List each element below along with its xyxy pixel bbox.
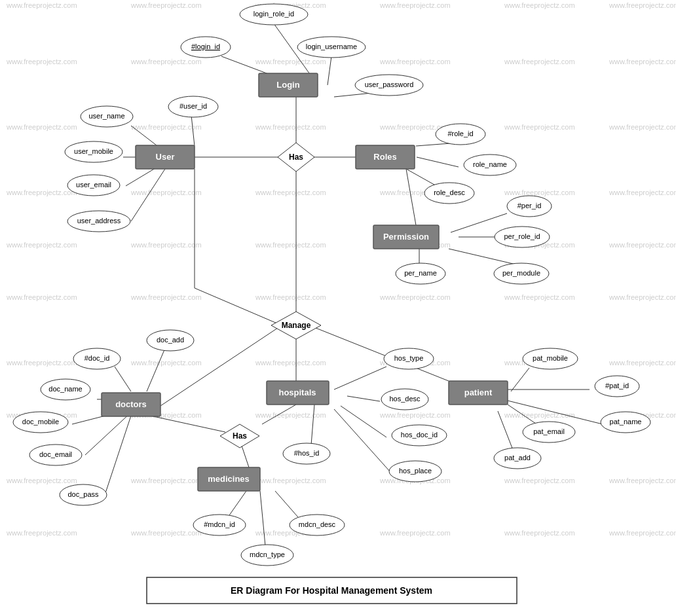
watermark: www.freeprojectz.com bbox=[255, 477, 326, 484]
watermark: www.freeprojectz.com bbox=[504, 411, 575, 419]
attr-role-desc-label: role_desc bbox=[434, 189, 465, 196]
watermark: www.freeprojectz.com bbox=[6, 241, 77, 249]
attr-hos-desc-label: hos_desc bbox=[389, 395, 421, 403]
connector-permission-per-id bbox=[451, 213, 507, 232]
connector-roles-role-name bbox=[417, 157, 459, 167]
watermark: www.freeprojectz.com bbox=[504, 293, 575, 301]
watermark: www.freeprojectz.com bbox=[130, 241, 202, 249]
relationship-has1-label: Has bbox=[289, 153, 303, 162]
attr-per-id-label: #per_id bbox=[517, 202, 542, 209]
attr-pat-add-label: pat_add bbox=[504, 454, 531, 462]
er-diagram: www.freeprojectz.com www.freeprojectz.co… bbox=[0, 0, 676, 616]
attr-mdcn-id-label: #mdcn_id bbox=[204, 520, 235, 528]
watermark: www.freeprojectz.com bbox=[6, 293, 77, 301]
attr-pat-name-label: pat_name bbox=[610, 418, 642, 426]
watermark: www.freeprojectz.com bbox=[379, 58, 451, 65]
connector-medicines-mdcn-id bbox=[228, 491, 246, 517]
connector-permission-per-module bbox=[449, 249, 519, 265]
watermark: www.freeprojectz.com bbox=[609, 529, 676, 537]
attr-pat-mobile-label: pat_mobile bbox=[533, 354, 568, 362]
connector-user-user-id bbox=[191, 115, 195, 146]
watermark: www.freeprojectz.com bbox=[609, 359, 676, 367]
connector-user-manage bbox=[195, 288, 282, 325]
connector-hospitals-hos-type bbox=[334, 367, 386, 390]
attr-login-id-label: #login_id bbox=[191, 43, 220, 50]
watermark: www.freeprojectz.com bbox=[504, 477, 575, 484]
attr-hos-doc-id-label: hos_doc_id bbox=[401, 431, 438, 439]
entity-hospitals-label: hospitals bbox=[278, 388, 316, 397]
connector-roles-permission bbox=[406, 169, 416, 225]
connector-login-login-username bbox=[328, 56, 331, 85]
attr-hos-place-label: hos_place bbox=[399, 467, 432, 475]
watermark: www.freeprojectz.com bbox=[504, 189, 575, 196]
watermark: www.freeprojectz.com bbox=[6, 359, 77, 367]
attr-per-module-label: per_module bbox=[502, 269, 540, 277]
entity-user-label: User bbox=[156, 152, 175, 162]
attr-mdcn-desc-label: mdcn_desc bbox=[299, 520, 336, 528]
connector-doctors-doc-pass bbox=[105, 416, 131, 495]
watermark: www.freeprojectz.com bbox=[504, 529, 575, 537]
attr-pat-email-label: pat_email bbox=[533, 427, 565, 435]
watermark: www.freeprojectz.com bbox=[6, 189, 77, 196]
watermark: www.freeprojectz.com bbox=[6, 123, 77, 131]
attr-doc-email-label: doc_email bbox=[39, 450, 72, 458]
entity-doctors-label: doctors bbox=[115, 399, 147, 409]
attr-user-email-label: user_email bbox=[76, 181, 111, 189]
connector-doctors-has2 bbox=[144, 414, 225, 432]
entity-roles-label: Roles bbox=[373, 152, 396, 162]
attr-doc-id-label: #doc_id bbox=[84, 354, 110, 362]
attr-doc-mobile-label: doc_mobile bbox=[22, 418, 59, 426]
connector-doctors-doc-id bbox=[115, 367, 131, 391]
connector-hospitals-has2 bbox=[262, 405, 296, 424]
connector-patient-pat-name bbox=[508, 401, 603, 424]
watermark: www.freeprojectz.com bbox=[255, 411, 326, 419]
watermark: www.freeprojectz.com bbox=[130, 123, 202, 131]
watermark: www.freeprojectz.com bbox=[609, 58, 676, 65]
watermark: www.freeprojectz.com bbox=[255, 123, 326, 131]
attr-hos-type-label: hos_type bbox=[394, 354, 424, 362]
watermark: www.freeprojectz.com bbox=[504, 1, 575, 9]
attr-per-role-id-label: per_role_id bbox=[504, 232, 540, 240]
attr-pat-id-label: #pat_id bbox=[605, 382, 629, 390]
watermark: www.freeprojectz.com bbox=[609, 123, 676, 131]
watermark: www.freeprojectz.com bbox=[609, 1, 676, 9]
connector-medicines-mdcn-type bbox=[260, 491, 265, 546]
watermark: www.freeprojectz.com bbox=[6, 1, 77, 9]
connector-user-user-address bbox=[131, 169, 165, 221]
entity-permission-label: Permission bbox=[383, 232, 429, 242]
watermark: www.freeprojectz.com bbox=[255, 293, 326, 301]
connector-patient-pat-mobile bbox=[511, 368, 529, 391]
watermark: www.freeprojectz.com bbox=[255, 241, 326, 249]
connector-hospitals-hos-place bbox=[334, 409, 390, 471]
watermark: www.freeprojectz.com bbox=[130, 359, 202, 367]
watermark: www.freeprojectz.com bbox=[130, 529, 202, 537]
watermark: www.freeprojectz.com bbox=[255, 359, 326, 367]
attr-login-role-id-label: login_role_id bbox=[254, 10, 294, 18]
watermark: www.freeprojectz.com bbox=[255, 58, 326, 65]
connector-login-user-password bbox=[334, 93, 372, 97]
relationship-has2-label: Has bbox=[233, 431, 247, 441]
watermark: www.freeprojectz.com bbox=[255, 189, 326, 196]
relationship-manage-label: Manage bbox=[282, 321, 311, 330]
watermark: www.freeprojectz.com bbox=[6, 58, 77, 65]
watermark: www.freeprojectz.com bbox=[6, 529, 77, 537]
watermark: www.freeprojectz.com bbox=[6, 477, 77, 484]
watermark: www.freeprojectz.com bbox=[379, 529, 451, 537]
attr-user-password-label: user_password bbox=[365, 81, 414, 88]
attr-role-name-label: role_name bbox=[473, 160, 507, 168]
attr-doc-name-label: doc_name bbox=[48, 385, 82, 393]
watermark: www.freeprojectz.com bbox=[130, 477, 202, 484]
entity-patient-label: patient bbox=[464, 388, 493, 397]
attr-user-mobile-label: user_mobile bbox=[74, 147, 113, 155]
entity-medicines-label: medicines bbox=[208, 474, 250, 484]
watermark: www.freeprojectz.com bbox=[379, 1, 451, 9]
attr-user-id-label: #user_id bbox=[179, 102, 207, 110]
watermark: www.freeprojectz.com bbox=[130, 189, 202, 196]
watermark: www.freeprojectz.com bbox=[379, 411, 451, 419]
attr-user-address-label: user_address bbox=[77, 217, 121, 225]
connector-hospitals-hos-doc-id bbox=[341, 406, 386, 437]
watermark: www.freeprojectz.com bbox=[609, 477, 676, 484]
diagram-title: ER Diagram For Hospital Management Syste… bbox=[231, 585, 432, 596]
attr-doc-add-label: doc_add bbox=[157, 336, 184, 344]
watermark: www.freeprojectz.com bbox=[379, 293, 451, 301]
